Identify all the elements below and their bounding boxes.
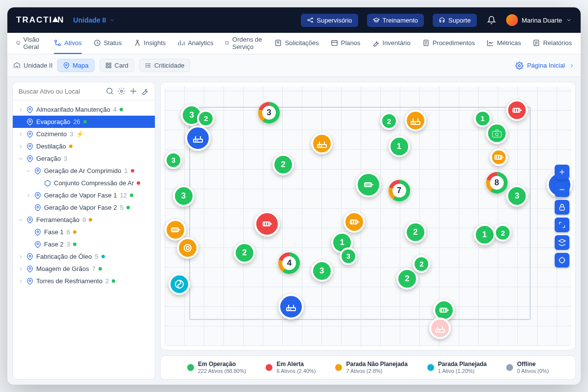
search-row <box>13 82 155 100</box>
map-marker[interactable] <box>169 273 190 295</box>
map-marker[interactable]: 3 <box>258 102 280 123</box>
map-marker[interactable]: 2 <box>234 242 255 264</box>
tree-count: 26 <box>73 118 80 125</box>
grid-icon <box>105 62 112 69</box>
map-tool-plus[interactable] <box>555 165 569 179</box>
map-tool-lock[interactable] <box>555 200 569 215</box>
nav-tab-ativos[interactable]: Ativos <box>54 33 81 54</box>
tree-node[interactable]: Geração de Vapor Fase 2 5 <box>13 201 155 214</box>
notifications-button[interactable] <box>486 16 497 24</box>
view-map-pill[interactable]: Mapa <box>57 59 95 72</box>
map-marker[interactable]: 2 <box>405 221 426 243</box>
chevron-right-icon <box>18 266 24 272</box>
map-marker[interactable] <box>356 172 381 197</box>
gear-icon[interactable] <box>118 87 125 95</box>
nav-tab-métricas[interactable]: Métricas <box>487 33 521 54</box>
map-marker[interactable]: 3 <box>311 260 333 282</box>
nav-label: Ordens de Serviço <box>232 36 263 50</box>
map-marker[interactable] <box>486 122 508 144</box>
tree-node[interactable]: Fase 1 6 <box>13 226 155 238</box>
user-menu[interactable]: Marina Duarte <box>506 14 572 26</box>
map-marker[interactable] <box>506 99 528 121</box>
nav-tab-ordens-de-serviço[interactable]: Ordens de Serviço <box>225 33 263 54</box>
nav-tab-planos[interactable]: Planos <box>331 33 361 54</box>
nav-tab-insights[interactable]: Insights <box>134 33 166 54</box>
tree-node[interactable]: Destilação <box>13 140 155 152</box>
view-criticality-pill[interactable]: Criticidade <box>139 59 190 72</box>
map-marker[interactable] <box>429 318 451 339</box>
map-marker[interactable]: 2 <box>197 110 215 127</box>
map-marker[interactable]: 2 <box>413 255 430 273</box>
map-marker[interactable] <box>343 211 365 233</box>
map-marker[interactable]: 1 <box>474 224 495 245</box>
nav-tab-analytics[interactable]: Analytics <box>177 33 213 54</box>
map-marker[interactable]: 3 <box>173 185 195 207</box>
nav-tab-visão-geral[interactable]: Visão Geral <box>16 33 42 54</box>
home-link[interactable]: Página Inicial <box>527 62 565 69</box>
tree-node[interactable]: Torres de Resfriamento 2 <box>13 275 155 287</box>
svg-point-96 <box>413 122 413 123</box>
tree-node[interactable]: Fase 2 3 <box>13 238 155 250</box>
motor-icon <box>438 304 450 316</box>
map-tool-layers[interactable] <box>555 235 569 250</box>
tree-label: Fase 2 <box>44 241 64 248</box>
tree-node[interactable]: Moagem de Grãos 7 <box>13 263 155 275</box>
tree-count: 3 <box>70 130 73 138</box>
expand-icon[interactable] <box>129 87 137 95</box>
map-marker[interactable]: 3 <box>165 151 182 169</box>
floorplan-map[interactable]: 3232332431321722218312 <box>160 82 576 350</box>
svg-point-5 <box>55 40 57 42</box>
tree-node[interactable]: Ferramentação 9 <box>13 214 155 226</box>
map-marker[interactable]: 8 <box>486 172 508 194</box>
marker-count: 3 <box>346 252 350 260</box>
search-icon[interactable] <box>106 87 114 95</box>
map-marker[interactable] <box>185 125 211 151</box>
map-marker[interactable] <box>311 133 333 154</box>
supervisory-button[interactable]: Supervisório <box>301 14 358 27</box>
map-marker[interactable]: 2 <box>380 112 398 130</box>
nav-tab-relatórios[interactable]: Relatórios <box>533 33 572 54</box>
tree-node[interactable]: Geração de Vapor Fase 1 12 <box>13 189 155 201</box>
nav-tab-status[interactable]: Status <box>94 33 122 54</box>
unit-selector[interactable]: Unidade II <box>74 16 115 24</box>
map-marker[interactable] <box>278 294 304 319</box>
map-marker[interactable] <box>405 110 426 131</box>
map-marker[interactable]: 1 <box>474 110 491 127</box>
tree-node[interactable]: Conjunto Compressão de Ar <box>13 177 155 189</box>
view-card-pill[interactable]: Card <box>99 59 134 72</box>
map-marker[interactable]: 4 <box>278 252 300 274</box>
nav-tab-inventário[interactable]: Inventário <box>372 33 411 54</box>
training-button[interactable]: Treinamento <box>367 14 424 27</box>
map-tool-target[interactable] <box>555 253 569 268</box>
svg-rect-16 <box>332 41 337 46</box>
map-tool-expand[interactable] <box>555 218 569 232</box>
tree-node[interactable]: Geração 3 <box>13 152 155 165</box>
map-marker[interactable]: 3 <box>340 247 357 265</box>
tree-node[interactable]: Fabricação de Óleo 5 <box>13 250 155 263</box>
map-marker[interactable]: 2 <box>272 154 294 175</box>
map-marker[interactable] <box>177 237 198 259</box>
tools-icon[interactable] <box>141 87 149 95</box>
support-button[interactable]: Suporte <box>433 14 477 27</box>
tree-node[interactable]: Evaporação 26 <box>13 116 155 128</box>
nav-label: Relatórios <box>543 39 572 47</box>
tree-node[interactable]: Geração de Ar Comprimido 1 <box>13 165 155 177</box>
nav-tab-solicitações[interactable]: Solicitações <box>274 33 318 54</box>
map-marker[interactable] <box>490 148 508 166</box>
map-marker[interactable]: 2 <box>396 268 418 290</box>
map-marker[interactable]: 2 <box>494 224 512 242</box>
map-marker[interactable]: 3 <box>506 185 528 207</box>
gear-icon[interactable] <box>515 62 523 70</box>
breadcrumb[interactable]: Unidade II <box>13 62 52 69</box>
map-marker[interactable]: 1 <box>389 136 410 157</box>
nav-tab-procedimentos[interactable]: Procedimentos <box>422 33 475 54</box>
map-marker[interactable]: 7 <box>389 180 410 201</box>
tree-node[interactable]: Cozimento 3 ⚡ <box>13 128 155 140</box>
legend-dot <box>335 364 342 371</box>
search-input[interactable] <box>19 88 102 95</box>
map-tool-minus[interactable] <box>555 182 569 197</box>
map-marker[interactable] <box>165 219 186 241</box>
map-marker[interactable] <box>254 211 280 237</box>
legend-title: Em Alerta <box>276 361 316 368</box>
tree-node[interactable]: Almoxarifado Manutenção 4 <box>13 103 155 116</box>
